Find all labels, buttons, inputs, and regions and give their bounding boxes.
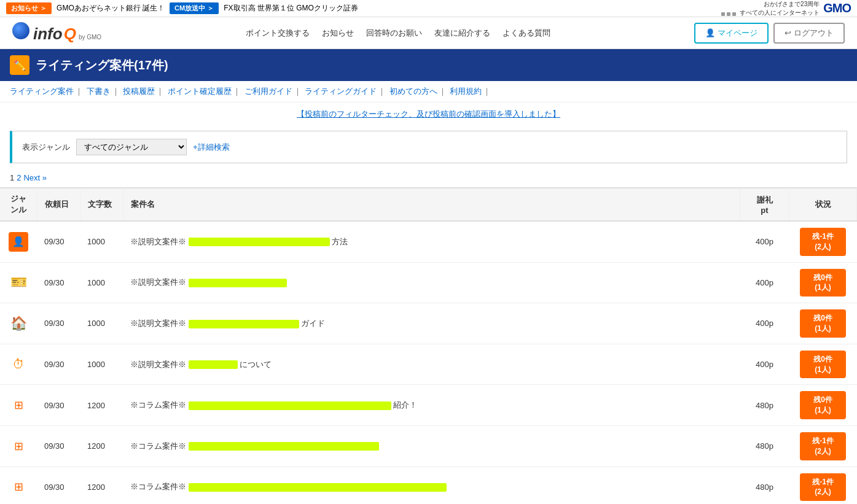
points-cell: 480p [740, 425, 789, 467]
page-1[interactable]: 1 [10, 173, 14, 182]
points-cell: 400p [740, 303, 789, 344]
table-row[interactable]: ⏱ 09/30 1000 ※説明文案件※ について 400p 残0件(1人) [0, 344, 857, 385]
nav-buttons: 👤 マイページ ↩ ログアウト [694, 23, 845, 44]
date-cell: 09/30 [37, 467, 80, 504]
title-highlight [189, 320, 299, 328]
points-cell: 400p [740, 221, 789, 262]
table-row[interactable]: 🎫 09/30 1000 ※説明文案件※ 400p 残0件(1人) [0, 262, 857, 303]
th-chars: 文字数 [80, 188, 123, 222]
chars-cell: 1000 [80, 303, 123, 344]
status-badge[interactable]: 残0件(1人) [800, 269, 846, 297]
title-cell[interactable]: ※説明文案件※ 方法 [123, 221, 740, 262]
title-prefix: ※コラム案件※ [130, 482, 186, 491]
title-highlight [189, 483, 447, 492]
th-status: 状況 [789, 188, 857, 222]
status-cell: 残0件(1人) [789, 385, 857, 426]
title-cell[interactable]: ※説明文案件※ [123, 262, 740, 303]
channel-cell: ⏱ [0, 344, 37, 385]
breadcrumb-first-time[interactable]: 初めての方へ [389, 87, 437, 96]
status-badge[interactable]: 残0件(1人) [800, 351, 846, 379]
genre-select[interactable]: すべてのジャンル [76, 139, 187, 155]
breadcrumb-writing[interactable]: ライティング案件 [10, 87, 74, 96]
title-prefix: ※説明文案件※ [130, 277, 186, 287]
cm-button[interactable]: CM放送中 ＞ [170, 2, 219, 14]
status-badge[interactable]: 残-1件(2人) [800, 473, 846, 502]
status-badge[interactable]: 残-1件(2人) [800, 432, 846, 460]
title-cell[interactable]: ※説明文案件※ ガイド [123, 303, 740, 344]
title-prefix: ※コラム案件※ [130, 441, 186, 451]
page-title: ライティング案件(17件) [36, 57, 168, 74]
channel-cell: 🎫 [0, 262, 37, 303]
table-row[interactable]: 🏠 09/30 1000 ※説明文案件※ ガイド 400p 残0件(1人) [0, 303, 857, 344]
table-wrapper: ジャンル 依頼日 文字数 案件名 謝礼 pt 状況 👤 09/30 1000 ※… [0, 187, 857, 504]
breadcrumb-draft[interactable]: 下書き [87, 87, 111, 96]
title-highlight [189, 360, 238, 369]
grid-icon[interactable] [721, 1, 736, 16]
status-cell: 残-1件(2人) [789, 425, 857, 467]
nav-notice[interactable]: お知らせ [322, 28, 354, 39]
th-date: 依頼日 [37, 188, 80, 222]
breadcrumb-writing-guide[interactable]: ライティングガイド [305, 87, 377, 96]
breadcrumb-terms[interactable]: 利用規約 [450, 87, 482, 96]
title-icon: ✏️ [10, 55, 29, 75]
th-channel: ジャンル [0, 188, 37, 222]
status-cell: 残0件(1人) [789, 262, 857, 303]
next-page-link[interactable]: Next » [23, 173, 47, 182]
date-cell: 09/30 [37, 221, 80, 262]
logo-sphere-icon [12, 22, 29, 39]
breadcrumb-guide[interactable]: ご利用ガイド [245, 87, 292, 96]
table-row[interactable]: ⊞ 09/30 1200 ※コラム案件※ 480p 残-1件(2人) [0, 425, 857, 467]
status-badge[interactable]: 残0件(1人) [800, 391, 846, 419]
logout-icon: ↩ [785, 28, 791, 37]
logo-q-text: Q [64, 25, 76, 44]
pagination: 1 2 Next » [0, 168, 857, 187]
nav-request[interactable]: 回答時のお願い [366, 28, 422, 39]
nav-faq[interactable]: よくある質問 [503, 28, 550, 39]
status-badge[interactable]: 残0件(1人) [800, 309, 846, 338]
mypage-button[interactable]: 👤 マイページ [694, 23, 769, 44]
logo-info-text: info [33, 25, 63, 44]
title-prefix: ※コラム案件※ [130, 400, 186, 409]
table-row[interactable]: 👤 09/30 1000 ※説明文案件※ 方法 400p 残-1件(2人) [0, 221, 857, 262]
date-cell: 09/30 [37, 262, 80, 303]
status-cell: 残-1件(2人) [789, 221, 857, 262]
status-cell: 残0件(1人) [789, 344, 857, 385]
chars-cell: 1000 [80, 262, 123, 303]
table-header-row: ジャンル 依頼日 文字数 案件名 謝礼 pt 状況 [0, 188, 857, 222]
table-row[interactable]: ⊞ 09/30 1200 ※コラム案件※ 480p 残-1件(2人) [0, 467, 857, 504]
detail-search-link[interactable]: +詳細検索 [193, 142, 230, 153]
nav-refer-friend[interactable]: 友達に紹介する [434, 28, 490, 39]
tie-icon: 🎫 [9, 273, 28, 292]
points-cell: 400p [740, 262, 789, 303]
title-cell[interactable]: ※コラム案件※ 紹介！ [123, 385, 740, 426]
breadcrumb-points[interactable]: ポイント確定履歴 [168, 87, 232, 96]
house-icon: 🏠 [9, 314, 28, 333]
points-cell: 480p [740, 467, 789, 504]
title-highlight [189, 442, 379, 451]
notice-button[interactable]: お知らせ ＞ [6, 2, 52, 14]
logout-button[interactable]: ↩ ログアウト [773, 23, 845, 44]
title-cell[interactable]: ※コラム案件※ [123, 425, 740, 467]
status-badge[interactable]: 残-1件(2人) [800, 228, 846, 256]
business-icon: 👤 [9, 232, 28, 252]
grid-icon: ⊞ [9, 395, 28, 415]
page-2[interactable]: 2 [17, 173, 21, 182]
table-row[interactable]: ⊞ 09/30 1200 ※コラム案件※ 紹介！ 480p 残0件(1人) [0, 385, 857, 426]
breadcrumb-history[interactable]: 投稿履歴 [123, 87, 155, 96]
chars-cell: 1000 [80, 344, 123, 385]
announcement[interactable]: 【投稿前のフィルターチェック、及び投稿前の確認画面を導入しました】 [0, 103, 857, 126]
channel-cell: ⊞ [0, 385, 37, 426]
chars-cell: 1200 [80, 425, 123, 467]
channel-cell: ⊞ [0, 467, 37, 504]
title-suffix: ガイド [301, 319, 325, 328]
title-cell[interactable]: ※コラム案件※ [123, 467, 740, 504]
title-cell[interactable]: ※説明文案件※ について [123, 344, 740, 385]
logo-bygmo-text: by GMO [79, 34, 101, 41]
grid-icon: ⊞ [9, 436, 28, 456]
banner-left: お知らせ ＞ GMOあおぞらネット銀行 誕生！ CM放送中 ＞ FX取引高 世界… [6, 2, 358, 14]
th-title: 案件名 [123, 188, 740, 222]
title-suffix: について [240, 360, 272, 369]
search-area: 表示ジャンル すべてのジャンル +詳細検索 [10, 131, 847, 163]
nav-point-exchange[interactable]: ポイント交換する [246, 28, 310, 39]
date-cell: 09/30 [37, 425, 80, 467]
